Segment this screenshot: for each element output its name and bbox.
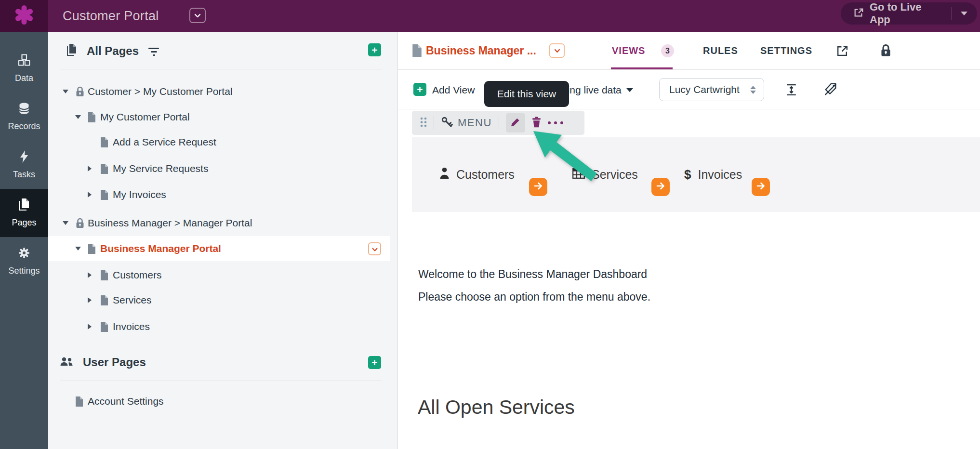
add-view-button[interactable]: + [413,83,426,96]
select-arrows-icon [750,86,756,94]
add-view-label[interactable]: Add View [432,84,475,96]
fit-height-button[interactable] [784,83,798,99]
tree-row-label: Add a Service Request [113,136,216,148]
welcome-line-1: Welcome to the Business Manager Dashboar… [418,268,647,281]
all-pages-title: All Pages [87,44,139,58]
rail-item-tasks[interactable]: Tasks [0,141,48,189]
caret-right-icon[interactable] [88,272,92,278]
chevron-down-icon [372,245,378,253]
tree-row[interactable]: Customers [48,265,390,285]
divider [60,69,382,69]
edit-view-tooltip: Edit this view [484,81,569,107]
page-lock-button[interactable] [880,43,892,59]
page-title: Business Manager ... [426,32,536,69]
preview-user-select[interactable]: Lucy Cartwright [659,78,764,101]
pages-icon [17,198,31,213]
caret-down-icon[interactable] [961,12,967,15]
go-to-live-app-label: Go to Live App [870,1,943,26]
tree-row[interactable]: Services [48,291,390,310]
drag-handle[interactable] [420,117,427,129]
person-icon [439,167,450,182]
page-title-dropdown-button[interactable] [549,43,565,58]
asterisk-logo-icon [14,5,34,27]
tree-row[interactable]: Business Manager > Manager Portal [48,213,390,233]
caret-down-icon[interactable] [75,247,81,251]
caret-right-icon[interactable] [88,324,92,330]
app-title-dropdown-button[interactable] [189,8,206,23]
page-icon [100,164,113,174]
filter-icon[interactable] [148,46,159,56]
cubes-icon [17,53,31,69]
open-page-external-button[interactable] [836,44,849,59]
caret-down-icon[interactable] [63,90,68,93]
plus-icon: + [417,84,423,94]
tree-row[interactable]: My Service Requests [48,159,390,178]
caret-right-icon[interactable] [88,192,92,198]
go-to-live-app-button[interactable]: Go to Live App [841,2,977,25]
tree-row[interactable]: Invoices [48,317,390,336]
page-icon [412,44,422,59]
edit-view-button[interactable] [506,113,525,132]
external-link-icon [853,7,864,20]
pencil-icon [510,117,521,130]
tab-settings[interactable]: SETTINGS [760,32,812,69]
add-page-button[interactable]: + [368,43,381,56]
caret-down-icon[interactable] [75,115,81,119]
vertical-expand-icon [784,83,798,99]
lightning-icon [18,150,30,165]
caret-right-icon[interactable] [88,297,92,303]
rail-item-settings[interactable]: Settings [0,237,48,285]
rail-label: Settings [8,266,40,276]
lock-icon [75,217,88,229]
invoices-go-button[interactable] [752,178,770,196]
menu-link-customers[interactable]: Customers [439,137,515,212]
page-icon [100,137,113,147]
caret-down-icon[interactable] [63,221,68,225]
annotation-arrow [525,125,602,187]
tree-row[interactable]: My Customer Portal [48,107,390,127]
tree-row-label: Customers [113,269,162,281]
tree-row[interactable]: Add a Service Request [48,132,390,152]
tree-row-selected[interactable]: Business Manager Portal [48,236,390,261]
tree-row[interactable]: Customer > My Customer Portal [48,82,390,101]
tree-row-label: Services [113,294,152,306]
section-title: All Open Services [418,396,575,419]
caret-down-icon [626,88,633,92]
welcome-line-2: Please choose an option from the menu ab… [418,291,650,304]
tree-row[interactable]: Account Settings [48,392,390,411]
rail-label: Pages [12,218,36,228]
view-type-label: MENU [458,117,492,129]
tree-row[interactable]: My Invoices [48,185,390,204]
rail-label: Records [8,121,40,132]
tab-rules[interactable]: RULES [703,32,738,69]
chevron-down-icon [194,11,201,20]
lock-icon [880,43,892,59]
hide-labels-button[interactable] [823,82,838,99]
divider [499,116,499,130]
menu-link-invoices[interactable]: $ Invoices [684,137,742,212]
more-options-button[interactable] [548,121,563,124]
caret-right-icon[interactable] [88,166,92,172]
page-icon [100,270,113,280]
rail-item-data[interactable]: Data [0,44,48,92]
divider [952,7,952,20]
page-icon [100,322,113,332]
app-logo[interactable] [0,0,48,32]
tree-row-label: My Invoices [113,189,166,200]
database-icon [17,102,31,117]
tab-views[interactable]: VIEWS [612,32,645,69]
external-link-icon [836,44,849,59]
app-window: Customer Portal Go to Live App Data Reco… [0,0,980,449]
rail-label: Data [15,73,33,83]
key-icon [441,116,453,130]
rail-item-pages[interactable]: Pages [0,189,48,237]
services-go-button[interactable] [651,178,670,196]
chevron-down-icon [554,46,560,55]
menu-link-label: Invoices [698,168,742,182]
users-icon [60,357,73,368]
selected-page-menu-button[interactable] [368,242,381,255]
tag-slash-icon [823,82,838,99]
dollar-icon: $ [684,167,691,182]
add-user-page-button[interactable]: + [368,356,381,369]
rail-item-records[interactable]: Records [0,92,48,141]
